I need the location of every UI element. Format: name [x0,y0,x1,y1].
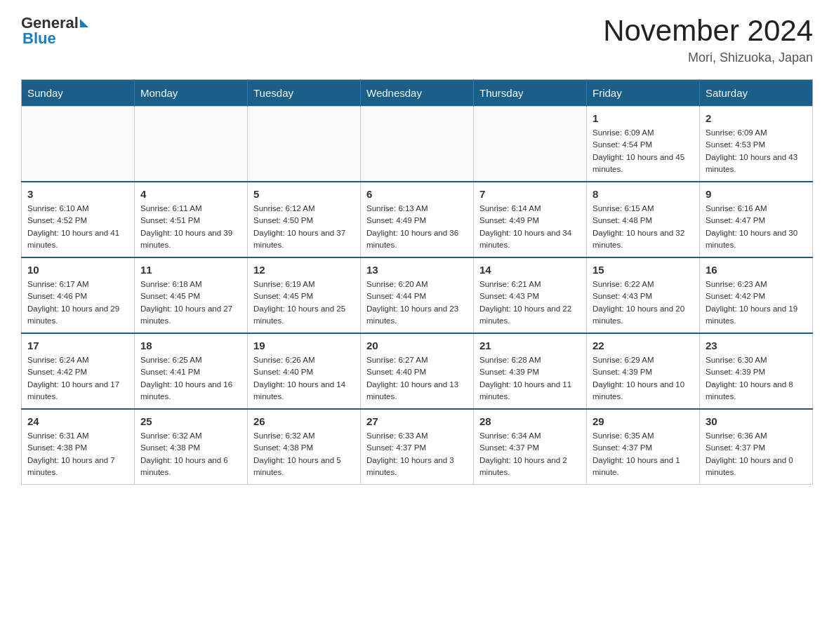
day-number: 22 [593,340,694,351]
weekday-header-sunday: Sunday [22,80,135,107]
day-info: Sunrise: 6:32 AMSunset: 4:38 PMDaylight:… [140,430,241,478]
day-info: Sunrise: 6:11 AMSunset: 4:51 PMDaylight:… [140,203,241,251]
day-info: Sunrise: 6:23 AMSunset: 4:42 PMDaylight:… [706,279,807,327]
calendar-cell: 28Sunrise: 6:34 AMSunset: 4:37 PMDayligh… [474,409,587,485]
calendar-cell: 20Sunrise: 6:27 AMSunset: 4:40 PMDayligh… [361,333,474,409]
calendar-cell: 22Sunrise: 6:29 AMSunset: 4:39 PMDayligh… [587,333,700,409]
day-info: Sunrise: 6:28 AMSunset: 4:39 PMDaylight:… [479,354,581,403]
day-number: 2 [706,112,807,124]
calendar-subtitle: Mori, Shizuoka, Japan [603,51,813,65]
calendar-cell: 15Sunrise: 6:22 AMSunset: 4:43 PMDayligh… [587,257,700,333]
day-number: 6 [366,188,468,200]
day-number: 12 [253,264,355,276]
day-info: Sunrise: 6:12 AMSunset: 4:50 PMDaylight:… [253,203,355,251]
day-number: 5 [253,188,355,200]
calendar-cell: 12Sunrise: 6:19 AMSunset: 4:45 PMDayligh… [248,257,361,333]
calendar-cell: 30Sunrise: 6:36 AMSunset: 4:37 PMDayligh… [700,409,813,485]
day-number: 25 [140,415,241,427]
day-number: 15 [593,264,694,276]
day-info: Sunrise: 6:33 AMSunset: 4:37 PMDaylight:… [366,430,468,478]
day-number: 16 [706,264,807,276]
calendar-cell: 29Sunrise: 6:35 AMSunset: 4:37 PMDayligh… [587,409,700,485]
day-info: Sunrise: 6:13 AMSunset: 4:49 PMDaylight:… [366,203,468,251]
day-info: Sunrise: 6:24 AMSunset: 4:42 PMDaylight:… [27,354,128,403]
day-info: Sunrise: 6:30 AMSunset: 4:39 PMDaylight:… [706,354,807,403]
day-info: Sunrise: 6:29 AMSunset: 4:39 PMDaylight:… [593,354,694,403]
day-info: Sunrise: 6:22 AMSunset: 4:43 PMDaylight:… [593,279,694,327]
day-info: Sunrise: 6:20 AMSunset: 4:44 PMDaylight:… [366,279,468,327]
day-info: Sunrise: 6:09 AMSunset: 4:54 PMDaylight:… [593,127,694,175]
calendar-cell: 14Sunrise: 6:21 AMSunset: 4:43 PMDayligh… [474,257,587,333]
calendar-cell: 5Sunrise: 6:12 AMSunset: 4:50 PMDaylight… [248,182,361,257]
calendar-cell: 4Sunrise: 6:11 AMSunset: 4:51 PMDaylight… [135,182,248,257]
calendar-cell: 3Sunrise: 6:10 AMSunset: 4:52 PMDaylight… [22,182,135,257]
day-info: Sunrise: 6:17 AMSunset: 4:46 PMDaylight:… [27,279,128,327]
weekday-header-friday: Friday [587,80,700,107]
day-number: 18 [140,340,241,351]
title-block: November 2024 Mori, Shizuoka, Japan [603,14,813,65]
calendar-table: SundayMondayTuesdayWednesdayThursdayFrid… [21,79,813,485]
calendar-cell: 18Sunrise: 6:25 AMSunset: 4:41 PMDayligh… [135,333,248,409]
day-number: 11 [140,264,241,276]
logo-triangle-icon [80,19,88,27]
day-number: 20 [366,340,468,351]
day-info: Sunrise: 6:26 AMSunset: 4:40 PMDaylight:… [253,354,355,403]
day-number: 8 [593,188,694,200]
logo: General Blue [21,14,88,48]
calendar-cell: 26Sunrise: 6:32 AMSunset: 4:38 PMDayligh… [248,409,361,485]
day-number: 17 [27,340,128,351]
calendar-cell [248,107,361,182]
calendar-cell [22,107,135,182]
calendar-cell: 16Sunrise: 6:23 AMSunset: 4:42 PMDayligh… [700,257,813,333]
calendar-cell: 8Sunrise: 6:15 AMSunset: 4:48 PMDaylight… [587,182,700,257]
calendar-header: SundayMondayTuesdayWednesdayThursdayFrid… [22,80,813,107]
day-number: 27 [366,415,468,427]
calendar-cell: 21Sunrise: 6:28 AMSunset: 4:39 PMDayligh… [474,333,587,409]
day-number: 9 [706,188,807,200]
calendar-week-row: 1Sunrise: 6:09 AMSunset: 4:54 PMDaylight… [22,107,813,182]
day-number: 28 [479,415,581,427]
weekday-header-saturday: Saturday [700,80,813,107]
day-number: 10 [27,264,128,276]
calendar-cell [474,107,587,182]
day-info: Sunrise: 6:09 AMSunset: 4:53 PMDaylight:… [706,127,807,175]
day-number: 19 [253,340,355,351]
calendar-title: November 2024 [603,14,813,48]
day-info: Sunrise: 6:21 AMSunset: 4:43 PMDaylight:… [479,279,581,327]
day-number: 21 [479,340,581,351]
day-number: 30 [706,415,807,427]
calendar-cell: 23Sunrise: 6:30 AMSunset: 4:39 PMDayligh… [700,333,813,409]
page-header: General Blue November 2024 Mori, Shizuok… [21,14,813,65]
calendar-cell: 11Sunrise: 6:18 AMSunset: 4:45 PMDayligh… [135,257,248,333]
day-info: Sunrise: 6:36 AMSunset: 4:37 PMDaylight:… [706,430,807,478]
calendar-cell: 13Sunrise: 6:20 AMSunset: 4:44 PMDayligh… [361,257,474,333]
calendar-cell: 10Sunrise: 6:17 AMSunset: 4:46 PMDayligh… [22,257,135,333]
day-info: Sunrise: 6:25 AMSunset: 4:41 PMDaylight:… [140,354,241,403]
calendar-cell: 17Sunrise: 6:24 AMSunset: 4:42 PMDayligh… [22,333,135,409]
day-number: 24 [27,415,128,427]
day-number: 4 [140,188,241,200]
day-info: Sunrise: 6:19 AMSunset: 4:45 PMDaylight:… [253,279,355,327]
day-info: Sunrise: 6:32 AMSunset: 4:38 PMDaylight:… [253,430,355,478]
calendar-cell: 27Sunrise: 6:33 AMSunset: 4:37 PMDayligh… [361,409,474,485]
weekday-row: SundayMondayTuesdayWednesdayThursdayFrid… [22,80,813,107]
day-number: 23 [706,340,807,351]
calendar-week-row: 3Sunrise: 6:10 AMSunset: 4:52 PMDaylight… [22,182,813,257]
calendar-cell: 24Sunrise: 6:31 AMSunset: 4:38 PMDayligh… [22,409,135,485]
calendar-cell: 1Sunrise: 6:09 AMSunset: 4:54 PMDaylight… [587,107,700,182]
day-number: 26 [253,415,355,427]
weekday-header-tuesday: Tuesday [248,80,361,107]
day-info: Sunrise: 6:27 AMSunset: 4:40 PMDaylight:… [366,354,468,403]
day-number: 14 [479,264,581,276]
day-info: Sunrise: 6:14 AMSunset: 4:49 PMDaylight:… [479,203,581,251]
calendar-cell: 25Sunrise: 6:32 AMSunset: 4:38 PMDayligh… [135,409,248,485]
day-info: Sunrise: 6:35 AMSunset: 4:37 PMDaylight:… [593,430,694,478]
day-info: Sunrise: 6:34 AMSunset: 4:37 PMDaylight:… [479,430,581,478]
calendar-cell [135,107,248,182]
day-info: Sunrise: 6:15 AMSunset: 4:48 PMDaylight:… [593,203,694,251]
calendar-cell: 19Sunrise: 6:26 AMSunset: 4:40 PMDayligh… [248,333,361,409]
weekday-header-thursday: Thursday [474,80,587,107]
calendar-week-row: 24Sunrise: 6:31 AMSunset: 4:38 PMDayligh… [22,409,813,485]
weekday-header-wednesday: Wednesday [361,80,474,107]
day-number: 3 [27,188,128,200]
